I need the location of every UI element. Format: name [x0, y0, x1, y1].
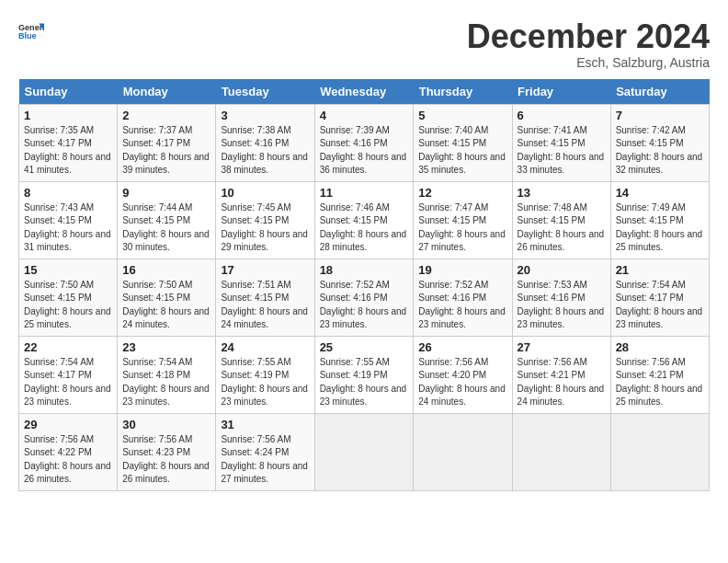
logo: General Blue	[18, 18, 44, 44]
day-detail: Sunrise: 7:52 AMSunset: 4:16 PMDaylight:…	[418, 280, 506, 330]
day-detail: Sunrise: 7:53 AMSunset: 4:16 PMDaylight:…	[518, 280, 605, 330]
day-number: 10	[221, 186, 309, 200]
day-number: 14	[616, 186, 704, 200]
day-cell: 3 Sunrise: 7:38 AMSunset: 4:16 PMDayligh…	[216, 104, 314, 181]
header-row: SundayMondayTuesdayWednesdayThursdayFrid…	[19, 79, 710, 105]
header-cell-tuesday: Tuesday	[216, 79, 314, 105]
day-number: 9	[122, 186, 210, 200]
day-cell: 2 Sunrise: 7:37 AMSunset: 4:17 PMDayligh…	[118, 104, 216, 181]
location-subtitle: Esch, Salzburg, Austria	[467, 55, 710, 70]
day-detail: Sunrise: 7:47 AMSunset: 4:15 PMDaylight:…	[418, 202, 506, 253]
week-row-5: 29 Sunrise: 7:56 AMSunset: 4:22 PMDaylig…	[19, 413, 710, 490]
day-detail: Sunrise: 7:54 AMSunset: 4:17 PMDaylight:…	[616, 280, 703, 330]
day-cell: 4 Sunrise: 7:39 AMSunset: 4:16 PMDayligh…	[314, 104, 414, 181]
day-detail: Sunrise: 7:48 AMSunset: 4:15 PMDaylight:…	[518, 202, 605, 253]
day-number: 12	[418, 186, 506, 200]
day-detail: Sunrise: 7:38 AMSunset: 4:16 PMDaylight:…	[221, 125, 308, 176]
day-detail: Sunrise: 7:35 AMSunset: 4:17 PMDaylight:…	[24, 125, 111, 176]
day-number: 13	[518, 186, 606, 200]
day-cell: 20 Sunrise: 7:53 AMSunset: 4:16 PMDaylig…	[512, 259, 610, 336]
day-detail: Sunrise: 7:54 AMSunset: 4:17 PMDaylight:…	[24, 357, 111, 408]
header-cell-friday: Friday	[512, 79, 610, 105]
day-number: 17	[221, 263, 309, 277]
day-number: 6	[518, 109, 606, 122]
day-number: 4	[320, 109, 409, 122]
day-cell: 23 Sunrise: 7:54 AMSunset: 4:18 PMDaylig…	[118, 336, 216, 413]
day-detail: Sunrise: 7:41 AMSunset: 4:15 PMDaylight:…	[518, 125, 605, 176]
day-number: 16	[122, 263, 210, 277]
day-detail: Sunrise: 7:56 AMSunset: 4:23 PMDaylight:…	[122, 434, 210, 485]
day-detail: Sunrise: 7:54 AMSunset: 4:18 PMDaylight:…	[122, 357, 210, 408]
day-cell: 25 Sunrise: 7:55 AMSunset: 4:19 PMDaylig…	[314, 336, 414, 413]
day-number: 29	[24, 418, 112, 431]
header-cell-wednesday: Wednesday	[314, 79, 414, 105]
header-cell-sunday: Sunday	[19, 79, 118, 105]
day-cell: 17 Sunrise: 7:51 AMSunset: 4:15 PMDaylig…	[216, 259, 314, 336]
week-row-2: 8 Sunrise: 7:43 AMSunset: 4:15 PMDayligh…	[19, 181, 710, 259]
day-number: 15	[24, 263, 112, 277]
day-number: 24	[221, 340, 309, 354]
day-cell: 22 Sunrise: 7:54 AMSunset: 4:17 PMDaylig…	[19, 336, 118, 413]
day-cell	[610, 413, 709, 490]
day-number: 8	[24, 186, 112, 200]
calendar-table: SundayMondayTuesdayWednesdayThursdayFrid…	[18, 79, 710, 491]
day-cell	[414, 413, 512, 490]
day-cell: 16 Sunrise: 7:50 AMSunset: 4:15 PMDaylig…	[118, 259, 216, 336]
day-number: 7	[616, 109, 704, 122]
day-number: 20	[518, 263, 606, 277]
day-detail: Sunrise: 7:43 AMSunset: 4:15 PMDaylight:…	[24, 202, 111, 253]
day-detail: Sunrise: 7:46 AMSunset: 4:15 PMDaylight:…	[320, 202, 407, 253]
day-cell: 31 Sunrise: 7:56 AMSunset: 4:24 PMDaylig…	[216, 413, 314, 490]
day-number: 31	[221, 418, 309, 431]
day-cell: 15 Sunrise: 7:50 AMSunset: 4:15 PMDaylig…	[19, 259, 118, 336]
title-section: December 2024 Esch, Salzburg, Austria	[467, 18, 710, 70]
day-detail: Sunrise: 7:55 AMSunset: 4:19 PMDaylight:…	[221, 357, 308, 408]
svg-text:Blue: Blue	[18, 31, 37, 40]
header-cell-thursday: Thursday	[414, 79, 512, 105]
day-cell: 24 Sunrise: 7:55 AMSunset: 4:19 PMDaylig…	[216, 336, 314, 413]
day-detail: Sunrise: 7:50 AMSunset: 4:15 PMDaylight:…	[24, 280, 111, 330]
day-cell: 6 Sunrise: 7:41 AMSunset: 4:15 PMDayligh…	[512, 104, 610, 181]
logo-icon: General Blue	[18, 18, 44, 44]
day-cell: 11 Sunrise: 7:46 AMSunset: 4:15 PMDaylig…	[314, 181, 414, 259]
day-detail: Sunrise: 7:56 AMSunset: 4:20 PMDaylight:…	[418, 357, 506, 408]
day-number: 19	[418, 263, 506, 277]
header-cell-monday: Monday	[118, 79, 216, 105]
day-cell: 21 Sunrise: 7:54 AMSunset: 4:17 PMDaylig…	[610, 259, 709, 336]
day-number: 11	[320, 186, 409, 200]
day-number: 21	[616, 263, 704, 277]
week-row-3: 15 Sunrise: 7:50 AMSunset: 4:15 PMDaylig…	[19, 259, 710, 336]
day-detail: Sunrise: 7:39 AMSunset: 4:16 PMDaylight:…	[320, 125, 407, 176]
day-cell: 26 Sunrise: 7:56 AMSunset: 4:20 PMDaylig…	[414, 336, 512, 413]
day-detail: Sunrise: 7:56 AMSunset: 4:24 PMDaylight:…	[221, 434, 308, 485]
day-number: 2	[122, 109, 210, 122]
day-detail: Sunrise: 7:42 AMSunset: 4:15 PMDaylight:…	[616, 125, 703, 176]
day-number: 25	[320, 340, 409, 354]
day-detail: Sunrise: 7:52 AMSunset: 4:16 PMDaylight:…	[320, 280, 407, 330]
day-number: 28	[616, 340, 704, 354]
day-number: 1	[24, 109, 112, 122]
week-row-4: 22 Sunrise: 7:54 AMSunset: 4:17 PMDaylig…	[19, 336, 710, 413]
day-detail: Sunrise: 7:56 AMSunset: 4:21 PMDaylight:…	[616, 357, 703, 408]
page-header: General Blue December 2024 Esch, Salzbur…	[18, 18, 710, 70]
day-cell	[512, 413, 610, 490]
day-cell: 29 Sunrise: 7:56 AMSunset: 4:22 PMDaylig…	[19, 413, 118, 490]
day-number: 5	[418, 109, 506, 122]
day-number: 23	[122, 340, 210, 354]
day-number: 22	[24, 340, 112, 354]
day-number: 30	[122, 418, 210, 431]
day-cell: 19 Sunrise: 7:52 AMSunset: 4:16 PMDaylig…	[414, 259, 512, 336]
month-title: December 2024	[467, 18, 710, 55]
day-detail: Sunrise: 7:37 AMSunset: 4:17 PMDaylight:…	[122, 125, 210, 176]
day-detail: Sunrise: 7:44 AMSunset: 4:15 PMDaylight:…	[122, 202, 210, 253]
day-detail: Sunrise: 7:40 AMSunset: 4:15 PMDaylight:…	[418, 125, 506, 176]
day-cell: 1 Sunrise: 7:35 AMSunset: 4:17 PMDayligh…	[19, 104, 118, 181]
day-detail: Sunrise: 7:49 AMSunset: 4:15 PMDaylight:…	[616, 202, 703, 253]
day-cell: 7 Sunrise: 7:42 AMSunset: 4:15 PMDayligh…	[610, 104, 709, 181]
week-row-1: 1 Sunrise: 7:35 AMSunset: 4:17 PMDayligh…	[19, 104, 710, 181]
day-detail: Sunrise: 7:45 AMSunset: 4:15 PMDaylight:…	[221, 202, 308, 253]
day-cell: 14 Sunrise: 7:49 AMSunset: 4:15 PMDaylig…	[610, 181, 709, 259]
day-cell: 8 Sunrise: 7:43 AMSunset: 4:15 PMDayligh…	[19, 181, 118, 259]
day-cell: 27 Sunrise: 7:56 AMSunset: 4:21 PMDaylig…	[512, 336, 610, 413]
day-detail: Sunrise: 7:50 AMSunset: 4:15 PMDaylight:…	[122, 280, 210, 330]
